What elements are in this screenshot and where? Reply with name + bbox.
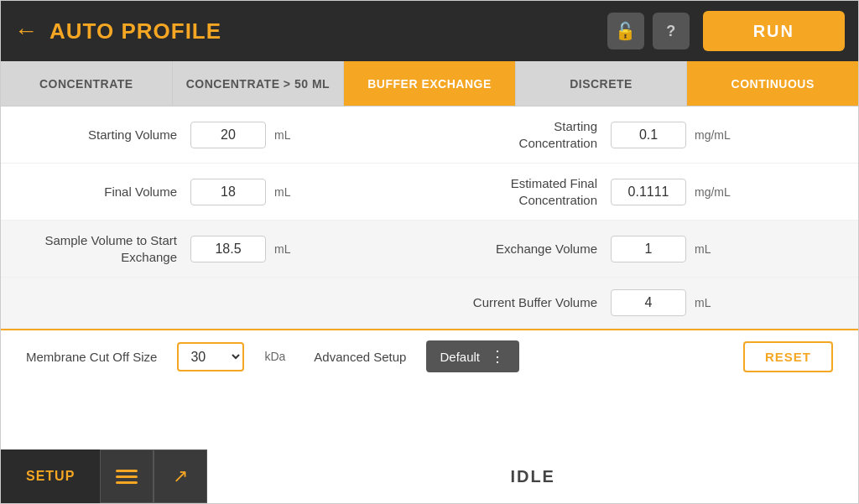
reset-button[interactable]: RESET xyxy=(743,341,833,372)
starting-volume-input[interactable] xyxy=(190,122,266,148)
right-col-3: Exchange Volume mL xyxy=(430,236,833,262)
right-col-4: Current Buffer Volume mL xyxy=(430,289,833,316)
app-container: ← AUTO PROFILE 🔓 ? RUN CONCENTRATE CONCE… xyxy=(0,0,859,504)
exchange-volume-label: Exchange Volume xyxy=(430,241,597,257)
sample-volume-input[interactable] xyxy=(190,236,266,262)
estimated-final-concentration-unit: mg/mL xyxy=(695,185,728,199)
final-volume-unit: mL xyxy=(274,185,308,199)
current-buffer-volume-input[interactable] xyxy=(611,289,686,316)
form-section: Starting Volume mL StartingConcentration… xyxy=(1,107,858,329)
page-title: AUTO PROFILE xyxy=(49,18,607,44)
starting-volume-label: Starting Volume xyxy=(26,127,177,143)
trend-icon: ↗ xyxy=(173,465,188,487)
left-col-1: Starting Volume mL xyxy=(26,122,430,148)
main-content: Starting Volume mL StartingConcentration… xyxy=(1,107,858,449)
exchange-volume-unit: mL xyxy=(695,242,728,256)
setup-tab[interactable]: SETUP xyxy=(1,449,100,503)
starting-concentration-label: StartingConcentration xyxy=(430,118,597,151)
tab-concentrate50[interactable]: CONCENTRATE > 50 ML xyxy=(173,61,345,106)
starting-concentration-unit: mg/mL xyxy=(695,128,728,142)
unlock-icon: 🔓 xyxy=(615,21,636,41)
final-volume-input[interactable] xyxy=(190,179,266,205)
header: ← AUTO PROFILE 🔓 ? RUN xyxy=(1,1,858,61)
estimated-final-concentration-label: Estimated FinalConcentration xyxy=(430,175,597,208)
starting-concentration-input[interactable] xyxy=(611,122,686,148)
estimated-final-concentration-input[interactable] xyxy=(611,179,686,205)
tab-concentrate[interactable]: CONCENTRATE xyxy=(1,61,173,106)
help-icon: ? xyxy=(666,23,675,40)
hamburger-button[interactable] xyxy=(100,449,154,503)
header-icons: 🔓 ? xyxy=(607,13,690,49)
tab-bar: CONCENTRATE CONCENTRATE > 50 ML BUFFER E… xyxy=(1,61,858,107)
membrane-cutoff-label: Membrane Cut Off Size xyxy=(26,350,157,364)
three-dots-icon: ⋮ xyxy=(490,347,506,366)
exchange-volume-input[interactable] xyxy=(611,236,686,262)
sample-volume-unit: mL xyxy=(274,242,308,256)
advanced-setup-button[interactable]: Default ⋮ xyxy=(426,340,519,372)
right-col-2: Estimated FinalConcentration mg/mL xyxy=(430,175,833,208)
right-col-1: StartingConcentration mg/mL xyxy=(430,118,833,151)
form-row-1: Starting Volume mL StartingConcentration… xyxy=(1,107,858,164)
tab-continuous[interactable]: CONTINUOUS xyxy=(687,61,858,106)
help-button[interactable]: ? xyxy=(653,13,690,49)
bottom-controls: Membrane Cut Off Size 30 10 50 100 kDa A… xyxy=(1,329,858,382)
kda-unit-label: kDa xyxy=(264,350,285,363)
form-row-3: Sample Volume to StartExchange mL Exchan… xyxy=(1,221,858,278)
form-row-2: Final Volume mL Estimated FinalConcentra… xyxy=(1,164,858,221)
left-col-3: Sample Volume to StartExchange mL xyxy=(26,232,430,265)
current-buffer-volume-unit: mL xyxy=(695,296,728,309)
membrane-cutoff-select[interactable]: 30 10 50 100 xyxy=(177,342,244,372)
tab-discrete[interactable]: DISCRETE xyxy=(516,61,688,106)
advanced-setup-label: Advanced Setup xyxy=(314,350,406,364)
starting-volume-unit: mL xyxy=(274,128,308,142)
footer-bar: SETUP ↗ IDLE xyxy=(1,449,858,503)
form-row-4: Current Buffer Volume mL xyxy=(1,278,858,329)
sample-volume-label: Sample Volume to StartExchange xyxy=(26,232,177,265)
hamburger-icon xyxy=(116,470,138,484)
unlock-button[interactable]: 🔓 xyxy=(607,13,644,49)
idle-status: IDLE xyxy=(207,449,858,503)
trend-button[interactable]: ↗ xyxy=(154,449,207,503)
final-volume-label: Final Volume xyxy=(26,184,177,200)
back-button[interactable]: ← xyxy=(14,18,38,44)
run-button[interactable]: RUN xyxy=(703,11,845,51)
left-col-2: Final Volume mL xyxy=(26,179,430,205)
advanced-setup-value: Default xyxy=(440,350,480,364)
tab-buffer-exchange[interactable]: BUFFER EXCHANGE xyxy=(344,61,516,106)
current-buffer-volume-label: Current Buffer Volume xyxy=(430,294,597,311)
